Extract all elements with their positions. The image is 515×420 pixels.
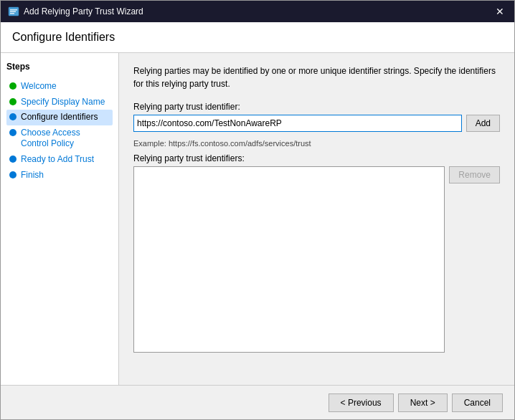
svg-rect-1 [10,9,17,11]
sidebar-label-welcome: Welcome [21,81,57,92]
sidebar-item-specify-display-name[interactable]: Specify Display Name [6,95,113,110]
wizard-window: Add Relying Party Trust Wizard ✕ Configu… [0,0,515,420]
sidebar-label-configure-identifiers: Configure Identifiers [21,112,98,123]
remove-button[interactable]: Remove [449,166,500,183]
example-text: Example: https://fs.contoso.com/adfs/ser… [133,139,500,148]
title-bar-text: Add Relying Party Trust Wizard [24,6,143,16]
dot-specify-display-name [9,98,16,105]
sidebar-item-choose-access-control[interactable]: Choose Access Control Policy [6,125,113,152]
svg-rect-2 [10,11,16,13]
add-button[interactable]: Add [466,115,500,132]
close-button[interactable]: ✕ [493,6,507,17]
svg-rect-3 [10,13,14,14]
previous-button[interactable]: < Previous [329,393,394,412]
sidebar-item-finish[interactable]: Finish [6,168,113,183]
sidebar-item-ready-to-add[interactable]: Ready to Add Trust [6,152,113,168]
identifier-input[interactable] [133,115,462,132]
identifiers-list-label: Relying party trust identifiers: [133,153,500,163]
page-title: Configure Identifiers [12,31,503,44]
sidebar-label-specify-display-name: Specify Display Name [21,97,105,108]
sidebar-label-finish: Finish [21,170,44,181]
main-panel: Relying parties may be identified by one… [119,53,514,385]
identifier-input-row: Add [133,115,500,132]
description-text: Relying parties may be identified by one… [133,65,500,90]
dot-welcome [9,82,16,90]
sidebar-label-ready-to-add: Ready to Add Trust [21,154,94,166]
title-bar: Add Relying Party Trust Wizard ✕ [1,1,514,22]
identifier-form-group: Relying party trust identifier: Add [133,102,500,132]
page-header: Configure Identifiers [1,22,514,53]
sidebar-item-welcome[interactable]: Welcome [6,79,113,95]
cancel-button[interactable]: Cancel [452,393,503,412]
content-area: Steps Welcome Specify Display Name Confi… [1,53,514,385]
sidebar-title: Steps [6,62,113,72]
sidebar-label-choose-access-control: Choose Access Control Policy [21,128,110,150]
title-bar-left: Add Relying Party Trust Wizard [8,6,143,17]
identifiers-row: Remove [133,166,500,353]
sidebar: Steps Welcome Specify Display Name Confi… [1,53,119,385]
identifier-label: Relying party trust identifier: [133,102,500,112]
next-button[interactable]: Next > [398,393,448,412]
dot-finish [9,171,16,178]
dot-choose-access-control [9,129,16,136]
wizard-icon [8,6,19,17]
sidebar-item-configure-identifiers[interactable]: Configure Identifiers [6,110,113,125]
dot-ready-to-add [9,156,16,163]
identifiers-list[interactable] [133,166,445,353]
footer: < Previous Next > Cancel [1,385,514,419]
dot-configure-identifiers [9,113,16,120]
